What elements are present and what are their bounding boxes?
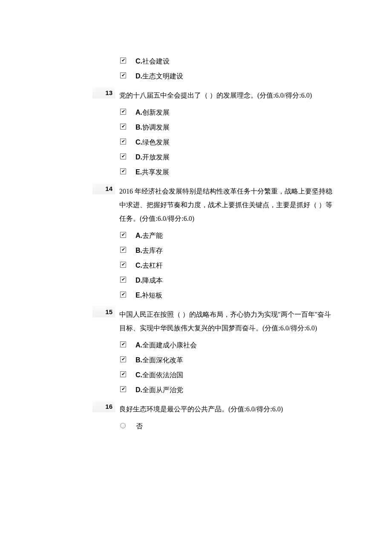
question-15: 15 中国人民正在按照（ ）的战略布局，齐心协力为实现"两个一百年"奋斗目标、实… xyxy=(0,306,392,335)
checkbox-icon[interactable]: ✔ xyxy=(120,386,126,392)
option-row: ✔ D.开放发展 xyxy=(120,153,332,162)
checkbox-icon[interactable]: ✔ xyxy=(120,58,126,64)
checkbox-icon[interactable]: ✔ xyxy=(120,72,126,78)
option-row: ✔ E.共享发展 xyxy=(120,168,332,177)
option-row: ✔ A.去产能 xyxy=(120,231,332,240)
question-text: 党的十八届五中全会提出了（ ）的发展理念。(分值:6.0/得分:6.0) xyxy=(119,87,392,102)
checkbox-icon[interactable]: ✔ xyxy=(120,292,126,298)
option-row: ✔ A.全面建成小康社会 xyxy=(120,341,332,350)
option-row: ✔ B.全面深化改革 xyxy=(120,356,332,365)
question-text: 中国人民正在按照（ ）的战略布局，齐心协力为实现"两个一百年"奋斗目标、实现中华… xyxy=(119,306,392,335)
checkbox-icon[interactable]: ✔ xyxy=(120,371,126,377)
option-label: D.生态文明建设 xyxy=(135,72,183,81)
option-row: ✔ C.社会建设 xyxy=(120,57,332,66)
radio-icon[interactable] xyxy=(120,423,126,428)
option-label: B.协调发展 xyxy=(135,123,170,132)
question-number: 13 xyxy=(0,87,119,102)
option-row: ✔ C.绿色发展 xyxy=(120,138,332,147)
option-row: ✔ E.补短板 xyxy=(120,291,332,300)
option-label: A.去产能 xyxy=(135,231,163,240)
option-label: D.开放发展 xyxy=(135,153,170,162)
option-label: B.去库存 xyxy=(135,246,163,255)
option-label: D.降成本 xyxy=(135,276,163,285)
checkbox-icon[interactable]: ✔ xyxy=(120,139,126,145)
option-row: ✔ A.创新发展 xyxy=(120,108,332,117)
checkbox-icon[interactable]: ✔ xyxy=(120,153,126,159)
checkbox-icon[interactable]: ✔ xyxy=(120,247,126,253)
checkbox-icon[interactable]: ✔ xyxy=(120,262,126,268)
checkbox-icon[interactable]: ✔ xyxy=(120,168,126,174)
option-label: 否 xyxy=(136,422,143,431)
checkbox-icon[interactable]: ✔ xyxy=(120,341,126,347)
checkbox-icon[interactable]: ✔ xyxy=(120,277,126,283)
page-container: ✔ C.社会建设 ✔ D.生态文明建设 13 党的十八届五中全会提出了（ ）的发… xyxy=(0,0,392,454)
question-number: 16 xyxy=(0,401,119,416)
option-label: E.共享发展 xyxy=(135,168,169,177)
option-row: ✔ D.降成本 xyxy=(120,276,332,285)
option-row: ✔ B.去库存 xyxy=(120,246,332,255)
option-row: ✔ D.全面从严治党 xyxy=(120,386,332,395)
option-row: ✔ B.协调发展 xyxy=(120,123,332,132)
option-row: ✔ D.生态文明建设 xyxy=(120,72,332,81)
question-text: 2016 年经济社会发展特别是结构性改革任务十分繁重，战略上要坚持稳中求进、把握… xyxy=(119,183,392,225)
option-label: C.去杠杆 xyxy=(135,261,163,270)
checkbox-icon[interactable]: ✔ xyxy=(120,109,126,115)
option-label: B.全面深化改革 xyxy=(135,356,183,365)
option-label: A.创新发展 xyxy=(135,108,170,117)
checkbox-icon[interactable]: ✔ xyxy=(120,356,126,362)
question-text: 良好生态环境是最公平的公共产品。(分值:6.0/得分:6.0) xyxy=(119,401,392,416)
question-13: 13 党的十八届五中全会提出了（ ）的发展理念。(分值:6.0/得分:6.0) xyxy=(0,87,392,102)
checkbox-icon[interactable]: ✔ xyxy=(120,232,126,238)
option-row: ✔ C.全面依法治国 xyxy=(120,371,332,380)
option-label: C.绿色发展 xyxy=(135,138,170,147)
option-label: D.全面从严治党 xyxy=(135,386,183,395)
option-row: 否 xyxy=(120,422,332,431)
question-14: 14 2016 年经济社会发展特别是结构性改革任务十分繁重，战略上要坚持稳中求进… xyxy=(0,183,392,225)
question-number: 15 xyxy=(0,306,119,335)
checkbox-icon[interactable]: ✔ xyxy=(120,124,126,130)
option-row: ✔ C.去杠杆 xyxy=(120,261,332,270)
question-number: 14 xyxy=(0,183,119,225)
option-label: E.补短板 xyxy=(135,291,162,300)
option-label: A.全面建成小康社会 xyxy=(135,341,197,350)
question-16: 16 良好生态环境是最公平的公共产品。(分值:6.0/得分:6.0) xyxy=(0,401,392,416)
option-label: C.全面依法治国 xyxy=(135,371,183,380)
option-label: C.社会建设 xyxy=(135,57,170,66)
